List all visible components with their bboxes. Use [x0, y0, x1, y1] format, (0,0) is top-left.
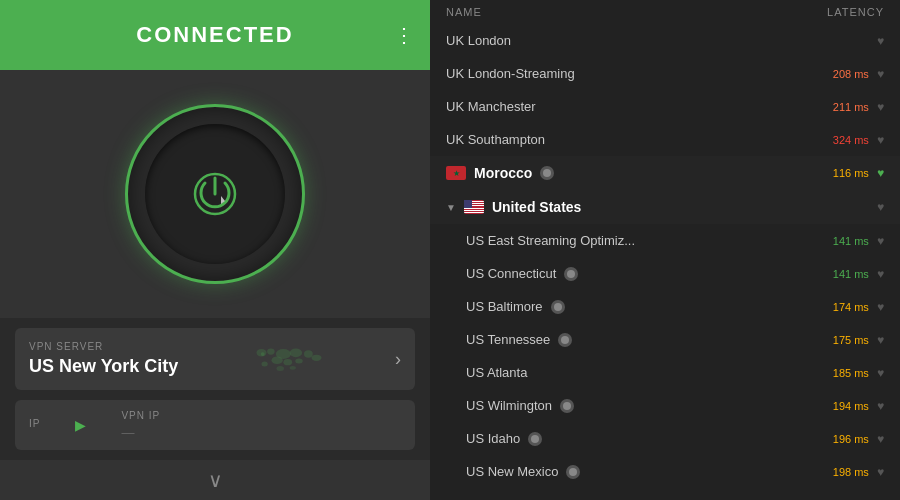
server-item-name: UK Southampton — [446, 132, 545, 147]
server-item-right: 116 ms ♥ — [833, 166, 884, 180]
col-latency-header: Latency — [827, 6, 884, 18]
latency-value: 116 ms — [833, 167, 869, 179]
list-item[interactable]: US Nebraska 199 ms ♥ — [430, 488, 900, 500]
favorite-icon[interactable]: ♥ — [877, 166, 884, 180]
power-section — [0, 70, 430, 318]
server-item-name: UK London — [446, 33, 511, 48]
svg-point-15 — [290, 366, 296, 370]
svg-point-20 — [561, 336, 569, 344]
favorite-icon[interactable]: ♥ — [877, 34, 884, 48]
server-item-left: UK Manchester — [446, 99, 536, 114]
latency-value: 324 ms — [833, 134, 869, 146]
server-item-name: US Connecticut — [466, 266, 556, 281]
server-item-name: US Idaho — [466, 431, 520, 446]
svg-point-8 — [304, 350, 313, 358]
connection-status: CONNECTED — [136, 22, 293, 48]
power-button[interactable] — [189, 168, 241, 220]
favorite-icon[interactable]: ♥ — [877, 300, 884, 314]
svg-point-18 — [567, 270, 575, 278]
vpn-server-section[interactable]: VPN SERVER US New York City › — [15, 328, 415, 390]
server-item-right: 194 ms ♥ — [833, 399, 884, 413]
server-type-icon — [564, 267, 578, 281]
list-item[interactable]: US Tennessee 175 ms ♥ — [430, 323, 900, 356]
col-name-header: Name — [446, 6, 482, 18]
list-item[interactable]: UK London-Streaming 208 ms ♥ — [430, 57, 900, 90]
latency-value: 185 ms — [833, 367, 869, 379]
latency-value: 194 ms — [833, 400, 869, 412]
power-circle-outer — [125, 104, 305, 284]
favorite-icon[interactable]: ♥ — [877, 432, 884, 446]
svg-point-5 — [267, 348, 275, 354]
menu-button[interactable]: ⋮ — [394, 23, 414, 47]
list-item[interactable]: UK London ♥ — [430, 24, 900, 57]
right-panel[interactable]: Name Latency UK London ♥ UK London-Strea… — [430, 0, 900, 500]
server-item-left: US Idaho — [466, 431, 542, 446]
server-type-icon — [540, 166, 554, 180]
list-item[interactable]: US New Mexico 198 ms ♥ — [430, 455, 900, 488]
server-info: VPN SERVER US New York City — [29, 341, 178, 377]
server-item-name: US Wilmington — [466, 398, 552, 413]
favorite-icon[interactable]: ♥ — [877, 333, 884, 347]
favorite-icon[interactable]: ♥ — [877, 366, 884, 380]
country-header-left: Morocco — [446, 165, 554, 181]
list-item[interactable]: US Wilmington 194 ms ♥ — [430, 389, 900, 422]
country-header-us[interactable]: ▼ United States ♥ — [430, 190, 900, 224]
favorite-icon[interactable]: ♥ — [877, 234, 884, 248]
server-item-name: US New Mexico — [466, 464, 558, 479]
server-item-right: 174 ms ♥ — [833, 300, 884, 314]
world-map-icon — [249, 338, 324, 380]
server-type-icon — [560, 399, 574, 413]
list-item[interactable]: US Baltimore 174 ms ♥ — [430, 290, 900, 323]
expand-bar[interactable]: ∨ — [0, 460, 430, 500]
latency-value: 175 ms — [833, 334, 869, 346]
favorite-icon[interactable]: ♥ — [877, 200, 884, 214]
svg-point-16 — [261, 352, 265, 356]
list-item[interactable]: UK Southampton 324 ms ♥ — [430, 123, 900, 156]
vpn-ip-label: VPN IP — [121, 410, 160, 421]
svg-point-19 — [554, 303, 562, 311]
vpn-ip-value: — — [121, 425, 160, 440]
server-item-left: US Atlanta — [466, 365, 527, 380]
favorite-icon[interactable]: ♥ — [877, 67, 884, 81]
favorite-icon[interactable]: ♥ — [877, 133, 884, 147]
server-arrow-icon: › — [395, 349, 401, 370]
favorite-icon[interactable]: ♥ — [877, 100, 884, 114]
server-item-right: 175 ms ♥ — [833, 333, 884, 347]
favorite-icon[interactable]: ♥ — [877, 399, 884, 413]
list-item[interactable]: US Atlanta 185 ms ♥ — [430, 356, 900, 389]
server-type-icon — [566, 465, 580, 479]
svg-point-10 — [272, 357, 283, 365]
country-name: Morocco — [474, 165, 532, 181]
latency-value: 198 ms — [833, 466, 869, 478]
favorite-icon[interactable]: ♥ — [877, 465, 884, 479]
latency-value: 174 ms — [833, 301, 869, 313]
server-item-left: US Tennessee — [466, 332, 572, 347]
svg-point-11 — [284, 359, 293, 365]
latency-value: 141 ms — [833, 235, 869, 247]
svg-point-9 — [312, 355, 322, 361]
server-item-left: UK London — [446, 33, 511, 48]
server-item-left: US New Mexico — [466, 464, 580, 479]
server-item-name: US Atlanta — [466, 365, 527, 380]
server-item-right: 324 ms ♥ — [833, 133, 884, 147]
server-label: VPN SERVER — [29, 341, 178, 352]
vpn-ip-group: VPN IP — — [121, 410, 160, 440]
latency-value: 196 ms — [833, 433, 869, 445]
server-item-name: UK London-Streaming — [446, 66, 575, 81]
country-header-left: ▼ United States — [446, 199, 581, 215]
country-header-morocco[interactable]: Morocco 116 ms ♥ — [430, 156, 900, 190]
flag-morocco-icon — [446, 166, 466, 180]
country-name: United States — [492, 199, 581, 215]
list-item[interactable]: US Connecticut 141 ms ♥ — [430, 257, 900, 290]
server-item-name: US Baltimore — [466, 299, 543, 314]
list-item[interactable]: UK Manchester 211 ms ♥ — [430, 90, 900, 123]
list-item[interactable]: US Idaho 196 ms ♥ — [430, 422, 900, 455]
ip-divider-icon: ▶ — [75, 417, 86, 433]
svg-point-7 — [290, 348, 303, 357]
server-item-name: US East Streaming Optimiz... — [466, 233, 635, 248]
list-item[interactable]: US East Streaming Optimiz... 141 ms ♥ — [430, 224, 900, 257]
server-item-right: 198 ms ♥ — [833, 465, 884, 479]
favorite-icon[interactable]: ♥ — [877, 267, 884, 281]
server-item-left: US Wilmington — [466, 398, 574, 413]
server-item-right: 141 ms ♥ — [833, 234, 884, 248]
